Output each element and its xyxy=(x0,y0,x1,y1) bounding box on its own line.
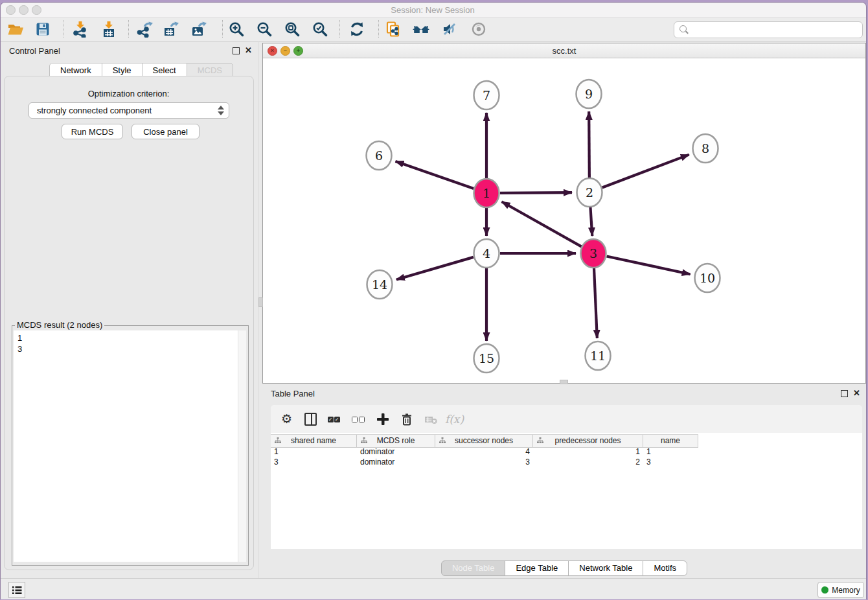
node-table-card: ⚙ ✓✓ f(x) shared nameMCDS rolesuccessor … xyxy=(271,405,862,549)
delete-table-icon xyxy=(418,408,442,431)
cell-predecessor-nodes[interactable]: 1 xyxy=(533,446,643,457)
zoom-in-icon[interactable] xyxy=(225,19,248,40)
save-session-icon[interactable] xyxy=(31,19,54,40)
import-table-icon[interactable] xyxy=(97,19,120,40)
graph-edge-1-6[interactable] xyxy=(395,161,474,189)
mcds-result-area[interactable]: 1 3 xyxy=(14,330,246,562)
close-panel-button[interactable]: Close panel xyxy=(131,124,200,139)
graph-node-label-14: 14 xyxy=(372,277,387,292)
cell-MCDS-role[interactable]: dominator xyxy=(357,446,435,457)
window-title: Session: New Session xyxy=(0,5,865,15)
import-network-icon[interactable] xyxy=(69,19,92,40)
export-table-icon[interactable] xyxy=(159,19,183,40)
cell-shared-name[interactable]: 1 xyxy=(271,446,357,457)
table-row[interactable]: 1dominator411 xyxy=(271,446,862,457)
table-row[interactable]: 3dominator323 xyxy=(271,457,862,467)
zoom-out-icon[interactable] xyxy=(253,19,276,40)
float-panel-icon[interactable] xyxy=(233,47,240,54)
run-mcds-button[interactable]: Run MCDS xyxy=(62,124,123,139)
criterion-value: strongly connected component xyxy=(37,106,152,115)
toolbar-separator xyxy=(63,20,63,38)
export-image-icon[interactable] xyxy=(187,19,211,40)
table-toolbar: ⚙ ✓✓ f(x) xyxy=(271,405,862,433)
graph-node-label-6: 6 xyxy=(375,148,383,163)
criterion-dropdown[interactable]: strongly connected component xyxy=(29,102,229,119)
table-settings-icon[interactable]: ⚙ xyxy=(275,408,299,431)
graph-edge-2-8[interactable] xyxy=(602,155,689,188)
tab-network-table[interactable]: Network Table xyxy=(568,560,643,576)
cell-name[interactable]: 1 xyxy=(643,446,698,457)
delete-column-icon[interactable] xyxy=(394,408,418,431)
hide-annotations-icon[interactable] xyxy=(438,19,461,40)
graph-edge-2-9[interactable] xyxy=(589,111,589,179)
column-header-shared-name[interactable]: shared name xyxy=(271,435,357,447)
memory-status-icon xyxy=(821,586,828,594)
graph-node-label-1: 1 xyxy=(483,186,490,200)
graph-node-label-15: 15 xyxy=(479,351,494,365)
show-columns-icon[interactable] xyxy=(299,408,323,431)
open-session-icon[interactable] xyxy=(4,19,27,40)
home-icon[interactable] xyxy=(409,19,433,40)
network-view-window: × − + scc.txt 7968124314101511 xyxy=(262,43,866,384)
main-toolbar xyxy=(1,18,866,41)
network-window-title: scc.txt xyxy=(263,46,865,56)
memory-label: Memory xyxy=(832,586,860,595)
cell-shared-name[interactable]: 3 xyxy=(271,457,357,467)
table-panel-title: Table Panel xyxy=(271,389,315,398)
deselect-all-icon[interactable] xyxy=(347,408,371,431)
graph-node-label-11: 11 xyxy=(590,349,606,363)
table-close-icon[interactable]: ✕ xyxy=(853,389,860,397)
table-body: 1dominator4113dominator323 xyxy=(271,446,862,467)
search-box xyxy=(674,21,863,38)
split-handle[interactable] xyxy=(258,297,263,307)
split-handle[interactable] xyxy=(560,380,568,384)
table-panel-tabs: Node TableEdge TableNetwork TableMotifs xyxy=(262,560,866,576)
cell-MCDS-role[interactable]: dominator xyxy=(357,457,435,467)
search-icon xyxy=(680,25,687,32)
search-input[interactable] xyxy=(691,23,859,36)
column-header-MCDS-role[interactable]: MCDS role xyxy=(357,435,435,447)
table-float-icon[interactable] xyxy=(841,390,848,397)
tab-motifs[interactable]: Motifs xyxy=(643,560,687,576)
cell-successor-nodes[interactable]: 3 xyxy=(435,457,533,467)
mcds-result-text: 1 3 xyxy=(17,332,22,354)
zoom-fit-icon[interactable] xyxy=(280,19,304,40)
select-all-icon[interactable]: ✓✓ xyxy=(323,408,347,431)
memory-button[interactable]: Memory xyxy=(817,582,864,598)
cell-predecessor-nodes[interactable]: 2 xyxy=(533,457,643,467)
mcds-result-group: MCDS result (2 nodes) 1 3 xyxy=(12,325,249,566)
graph-edge-1-2[interactable] xyxy=(500,192,572,193)
column-header-predecessor-nodes[interactable]: predecessor nodes xyxy=(533,435,643,447)
function-builder-icon: f(x) xyxy=(442,408,466,431)
column-header-name[interactable]: name xyxy=(643,435,698,447)
tab-node-table[interactable]: Node Table xyxy=(441,560,506,576)
export-network-icon[interactable] xyxy=(133,19,157,40)
mcds-result-title: MCDS result (2 nodes) xyxy=(15,320,104,330)
apply-layout-icon[interactable] xyxy=(345,19,369,40)
close-panel-icon[interactable]: ✕ xyxy=(245,47,252,54)
column-header-successor-nodes[interactable]: successor nodes xyxy=(435,435,533,447)
graph-edge-4-14[interactable] xyxy=(396,257,474,280)
optimization-criterion-label: Optimization criterion: xyxy=(0,89,257,98)
graphics-details-icon[interactable] xyxy=(467,19,490,40)
graph-edge-3-11[interactable] xyxy=(594,267,597,338)
clone-network-icon[interactable] xyxy=(382,19,405,40)
cell-name[interactable]: 3 xyxy=(643,457,698,467)
cell-successor-nodes[interactable]: 4 xyxy=(435,446,533,457)
task-history-button[interactable] xyxy=(8,582,25,598)
application: Session: New Session xyxy=(0,0,868,600)
graph-edge-3-10[interactable] xyxy=(607,256,691,274)
panel-divider xyxy=(258,41,259,578)
toolbar-separator xyxy=(339,20,340,38)
table-header-row: shared nameMCDS rolesuccessor nodesprede… xyxy=(271,434,698,448)
graph-edge-2-3[interactable] xyxy=(590,206,592,236)
network-canvas[interactable]: 7968124314101511 xyxy=(263,58,865,383)
toolbar-separator xyxy=(128,20,129,38)
toolbar-separator xyxy=(222,20,223,38)
result-scrollbar[interactable] xyxy=(238,330,246,562)
add-column-icon[interactable] xyxy=(371,408,394,431)
zoom-selected-icon[interactable] xyxy=(308,19,332,40)
tab-edge-table[interactable]: Edge Table xyxy=(505,560,569,576)
graph-edge-3-1[interactable] xyxy=(502,202,582,246)
dropdown-stepper-icon xyxy=(218,105,224,116)
